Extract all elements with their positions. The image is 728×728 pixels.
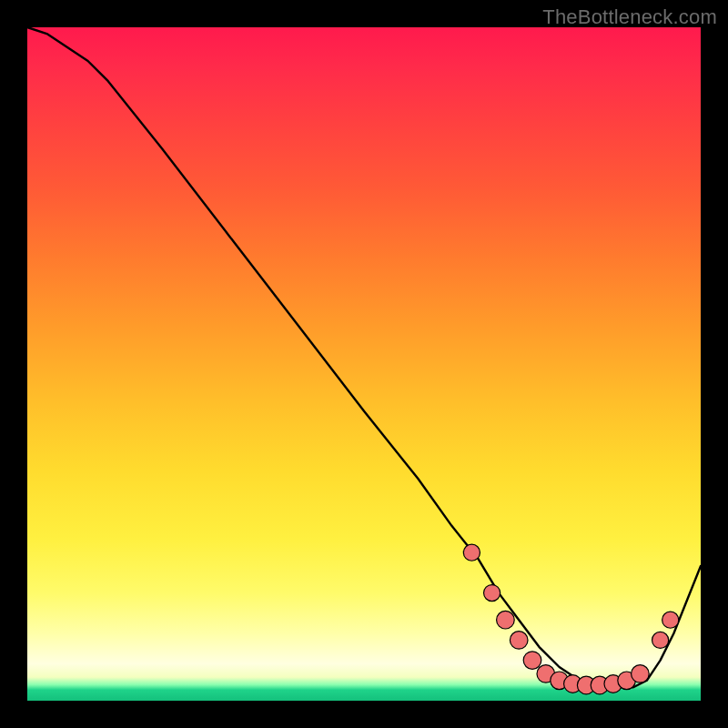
chart-frame: TheBottleneck.com	[0, 0, 728, 728]
marker-dot	[523, 652, 541, 670]
marker-dot	[510, 632, 528, 650]
marker-dot	[632, 665, 650, 683]
marker-dot	[662, 612, 679, 628]
bottleneck-curve	[27, 27, 701, 687]
curve-layer	[27, 27, 701, 701]
marker-dot	[484, 585, 500, 602]
marker-dot	[497, 611, 515, 629]
plot-area	[27, 27, 701, 701]
watermark-text: TheBottleneck.com	[542, 5, 717, 29]
marker-dot	[652, 632, 669, 648]
recommended-range-markers	[463, 544, 678, 694]
marker-dot	[463, 544, 480, 561]
